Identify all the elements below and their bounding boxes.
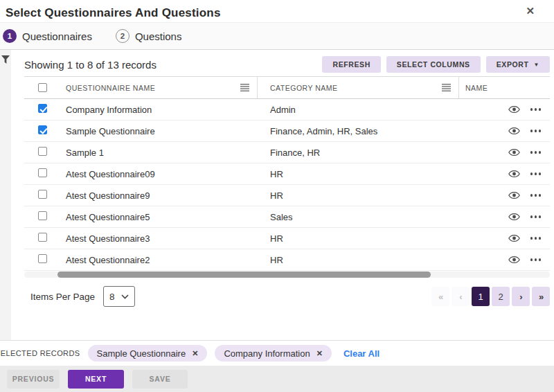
- row-checkbox[interactable]: [38, 233, 47, 242]
- chip-label: Sample Questionnaire: [97, 348, 186, 359]
- step-questions[interactable]: 2 Questions: [116, 29, 182, 43]
- table-row: Atest Questionnaire3 HR: [24, 228, 550, 249]
- row-checkbox[interactable]: [38, 190, 47, 199]
- step-questionnaires[interactable]: 1 Questionnaires: [3, 29, 92, 43]
- table-row: Atest Questionnaire5 Sales: [24, 206, 550, 228]
- chip-label: Company Information: [224, 348, 310, 359]
- table-row: Company Information Admin: [24, 99, 550, 121]
- select-all-checkbox[interactable]: [38, 83, 47, 92]
- step-2-label: Questions: [135, 30, 182, 42]
- view-eye-icon[interactable]: [508, 127, 520, 135]
- horizontal-scrollbar-thumb[interactable]: [57, 271, 431, 278]
- step-1-label: Questionnaires: [22, 30, 92, 42]
- horizontal-scrollbar: [24, 271, 550, 278]
- view-eye-icon[interactable]: [508, 213, 520, 221]
- toolbar-buttons: REFRESH SELECT COLUMNS EXPORT ▼: [322, 56, 550, 73]
- selected-records-label: SELECTED RECORDS: [0, 349, 80, 357]
- next-button[interactable]: NEXT: [68, 370, 124, 389]
- row-menu-icon[interactable]: [530, 258, 542, 261]
- row-checkbox[interactable]: [38, 254, 47, 263]
- select-columns-button[interactable]: SELECT COLUMNS: [386, 56, 481, 73]
- column-header-category-name: CATEGORY NAME: [270, 84, 338, 92]
- view-eye-icon[interactable]: [508, 148, 520, 157]
- export-button[interactable]: EXPORT ▼: [486, 56, 550, 73]
- row-checkbox[interactable]: [38, 168, 47, 177]
- last-page-button[interactable]: »: [532, 287, 550, 306]
- step-bar: 1 Questionnaires 2 Questions: [0, 22, 554, 50]
- cell-category-name: Admin: [258, 105, 459, 115]
- row-menu-icon[interactable]: [530, 194, 542, 197]
- row-menu-icon[interactable]: [530, 130, 542, 132]
- row-checkbox[interactable]: [38, 125, 47, 134]
- filter-icon[interactable]: [1, 55, 10, 340]
- pager-row: Items Per Page 8 «‹12›»: [24, 286, 550, 307]
- row-menu-icon[interactable]: [530, 151, 542, 154]
- refresh-button-label: REFRESH: [332, 60, 370, 69]
- refresh-button[interactable]: REFRESH: [322, 56, 380, 73]
- row-menu-icon[interactable]: [530, 237, 542, 240]
- table-row: Atest Questionnaire9 HR: [24, 185, 550, 206]
- page-title: Select Questionnaires And Questions: [6, 6, 535, 20]
- column-menu-icon[interactable]: [240, 84, 249, 91]
- items-per-page-select[interactable]: 8: [103, 286, 135, 307]
- row-checkbox[interactable]: [38, 147, 47, 156]
- next-page-button[interactable]: ›: [512, 287, 530, 306]
- cell-category-name: HR: [258, 190, 459, 201]
- cell-questionnaire-name: Company Information: [66, 105, 258, 115]
- items-per-page-label: Items Per Page: [30, 292, 95, 302]
- selected-record-chip: Sample Questionnaire ✕: [88, 345, 208, 362]
- row-menu-icon[interactable]: [530, 172, 542, 175]
- row-checkbox[interactable]: [38, 104, 47, 113]
- selected-records-bar: SELECTED RECORDS Sample Questionnaire ✕ …: [0, 340, 554, 366]
- view-eye-icon[interactable]: [508, 256, 520, 264]
- view-eye-icon[interactable]: [508, 191, 520, 199]
- toolbar: Showing 1 to 8 of 13 records REFRESH SEL…: [24, 55, 550, 73]
- main-area: Showing 1 to 8 of 13 records REFRESH SEL…: [0, 50, 554, 340]
- selected-chips: Sample Questionnaire ✕ Company Informati…: [88, 345, 332, 362]
- table-body: Company Information Admin: [24, 99, 550, 271]
- cell-questionnaire-name: Atest Questionnaire2: [66, 255, 258, 265]
- cell-category-name: Finance, HR: [258, 148, 459, 158]
- column-menu-icon[interactable]: [442, 84, 451, 91]
- table-panel: Showing 1 to 8 of 13 records REFRESH SEL…: [24, 55, 550, 307]
- step-1-circle: 1: [3, 29, 17, 43]
- page-1-button[interactable]: 1: [472, 287, 490, 306]
- column-header-questionnaire-name: QUESTIONNAIRE NAME: [66, 84, 155, 92]
- previous-button[interactable]: PREVIOUS: [7, 370, 60, 389]
- save-button[interactable]: SAVE: [132, 370, 188, 389]
- cell-questionnaire-name: Atest Questionnaire5: [66, 212, 258, 222]
- row-menu-icon[interactable]: [530, 215, 542, 218]
- view-eye-icon[interactable]: [508, 105, 520, 114]
- select-columns-button-label: SELECT COLUMNS: [397, 60, 470, 69]
- view-eye-icon[interactable]: [508, 170, 520, 178]
- table-row: Atest Questionnaire2 HR: [24, 249, 550, 271]
- chip-remove-icon[interactable]: ✕: [316, 349, 323, 358]
- chevron-down-icon: ▼: [533, 62, 539, 68]
- cell-category-name: Finance, Admin, HR, Sales: [258, 126, 459, 136]
- cell-questionnaire-name: Sample Questionnaire: [66, 126, 258, 136]
- view-eye-icon[interactable]: [508, 234, 520, 242]
- step-2-circle: 2: [116, 29, 129, 43]
- prev-page-button: ‹: [452, 287, 470, 306]
- select-questionnaires-modal: Select Questionnaires And Questions ✕ 1 …: [0, 0, 554, 392]
- export-button-label: EXPORT: [497, 60, 529, 69]
- footer-bar: PREVIOUS NEXT SAVE: [0, 366, 554, 392]
- cell-category-name: HR: [258, 255, 459, 265]
- table-row: Sample 1 Finance, HR: [24, 142, 550, 163]
- chevron-down-icon: [121, 294, 129, 299]
- chip-remove-icon[interactable]: ✕: [192, 349, 198, 358]
- filter-strip: [0, 50, 11, 340]
- clear-all-link[interactable]: Clear All: [343, 348, 379, 359]
- first-page-button: «: [431, 287, 449, 306]
- items-per-page-value: 8: [109, 292, 115, 302]
- pagination: «‹12›»: [431, 287, 550, 306]
- cell-questionnaire-name: Atest Questionnaire09: [66, 169, 258, 179]
- page-2-button[interactable]: 2: [492, 287, 510, 306]
- row-menu-icon[interactable]: [530, 108, 542, 111]
- cell-questionnaire-name: Atest Questionnaire3: [66, 233, 258, 244]
- cell-category-name: HR: [258, 169, 459, 179]
- table-row: Sample Questionnaire Finance, Admin, HR,…: [24, 121, 550, 142]
- title-bar: Select Questionnaires And Questions ✕: [0, 0, 554, 22]
- close-icon[interactable]: ✕: [526, 6, 535, 16]
- row-checkbox[interactable]: [38, 211, 47, 220]
